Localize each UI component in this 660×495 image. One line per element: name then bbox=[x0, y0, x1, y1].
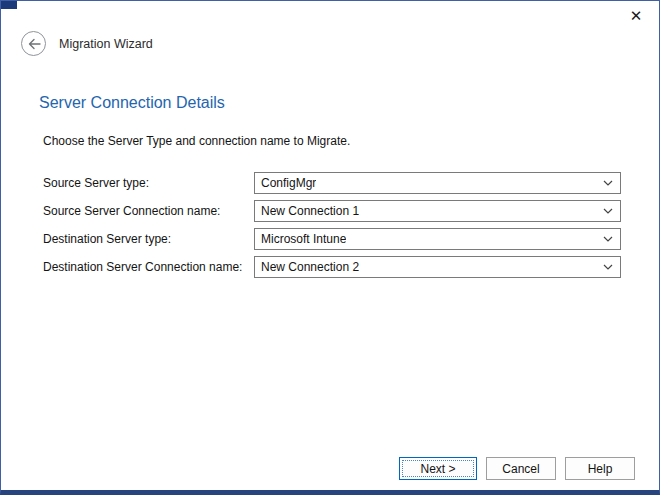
source-server-type-select[interactable]: ConfigMgr bbox=[254, 172, 621, 194]
chevron-down-icon bbox=[603, 236, 613, 242]
page-title: Server Connection Details bbox=[39, 94, 659, 112]
help-button[interactable]: Help bbox=[565, 457, 635, 480]
destination-connection-name-value: New Connection 2 bbox=[261, 260, 359, 274]
form-row-source-connection-name: Source Server Connection name: New Conne… bbox=[43, 200, 659, 222]
wizard-body: Server Connection Details Choose the Ser… bbox=[1, 70, 659, 278]
back-button[interactable] bbox=[21, 31, 46, 56]
source-server-type-label: Source Server type: bbox=[43, 176, 254, 190]
cancel-button[interactable]: Cancel bbox=[486, 457, 556, 480]
destination-connection-name-select[interactable]: New Connection 2 bbox=[254, 256, 621, 278]
source-connection-name-value: New Connection 1 bbox=[261, 204, 359, 218]
close-button[interactable]: ✕ bbox=[619, 4, 653, 28]
source-connection-name-label: Source Server Connection name: bbox=[43, 204, 254, 218]
source-connection-name-select[interactable]: New Connection 1 bbox=[254, 200, 621, 222]
destination-server-type-value: Microsoft Intune bbox=[261, 232, 346, 246]
destination-server-type-label: Destination Server type: bbox=[43, 232, 254, 246]
connection-form: Source Server type: ConfigMgr Source Ser… bbox=[43, 172, 659, 278]
chevron-down-icon bbox=[603, 180, 613, 186]
chevron-down-icon bbox=[603, 264, 613, 270]
arrow-left-icon bbox=[27, 38, 41, 50]
form-row-destination-connection-name: Destination Server Connection name: New … bbox=[43, 256, 659, 278]
source-server-type-value: ConfigMgr bbox=[261, 176, 316, 190]
footer-button-bar: Next > Cancel Help bbox=[399, 457, 635, 480]
next-button[interactable]: Next > bbox=[399, 457, 477, 480]
form-row-source-server-type: Source Server type: ConfigMgr bbox=[43, 172, 659, 194]
wizard-header: Migration Wizard bbox=[1, 29, 659, 70]
destination-connection-name-label: Destination Server Connection name: bbox=[43, 260, 254, 274]
page-description: Choose the Server Type and connection na… bbox=[43, 134, 659, 148]
migration-wizard-dialog: ✕ Migration Wizard Server Connection Det… bbox=[0, 0, 660, 495]
title-bar: ✕ bbox=[1, 1, 659, 29]
destination-server-type-select[interactable]: Microsoft Intune bbox=[254, 228, 621, 250]
chevron-down-icon bbox=[603, 208, 613, 214]
wizard-title: Migration Wizard bbox=[59, 37, 153, 51]
form-row-destination-server-type: Destination Server type: Microsoft Intun… bbox=[43, 228, 659, 250]
